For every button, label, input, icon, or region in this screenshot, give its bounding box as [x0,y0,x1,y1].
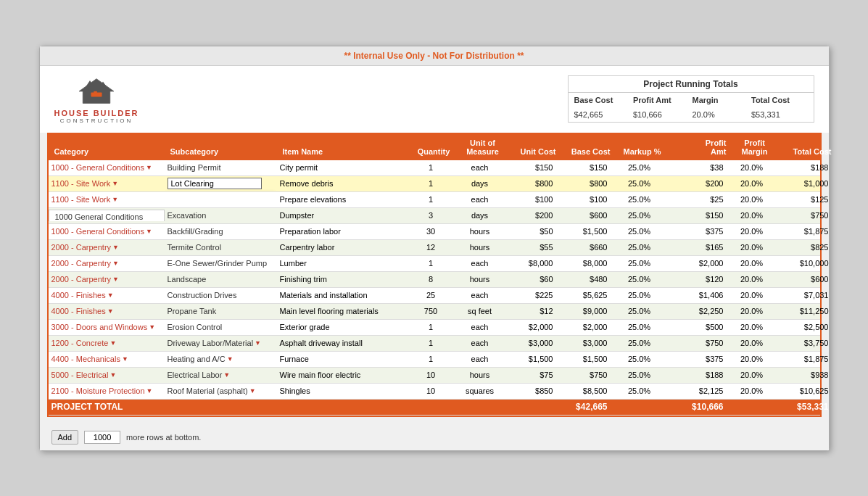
total-row-cell-6: $42,665 [556,400,611,413]
profit-amt-cell: $25 [669,194,727,205]
subcategory-cell[interactable]: Propane Tank [165,305,277,317]
category-cell[interactable]: 2000 - Carpentry ▼ [49,241,165,253]
category-cell[interactable]: 4400 - Mechanicals ▼ [49,353,165,365]
subcategory-cell[interactable]: Landscape [165,273,277,285]
totals-val-total-cost: $53,331 [751,110,808,119]
totals-header-row: Base Cost Profit Amt Margin Total Cost [569,93,814,107]
subcategory-cell[interactable]: Electrical Labor ▼ [165,369,277,381]
subcategory-cell[interactable]: Construction Drives [165,289,277,301]
header-area: HOUSE BUILDER CONSTRUCTION Project Runni… [40,66,829,133]
rows-count-input[interactable] [84,431,120,444]
dropdown-arrow-icon[interactable]: ▼ [107,292,114,299]
totals-val-profit-amt: $10,666 [633,110,690,119]
profit-amt-cell: $500 [669,321,727,333]
subcategory-cell [165,198,277,201]
profit-margin-cell: 20.0% [727,210,777,221]
uom-cell: sq feet [455,305,505,317]
category-cell[interactable]: 4000 - Finishes ▼ [49,305,165,317]
item-name-cell: Remove debris [277,178,408,189]
table-row: 3000 - Doors and Windows ▼ Erosion Contr… [49,320,820,336]
project-total-row: PROJECT TOTAL$42,665$10,666$53,331 [49,400,820,416]
dropdown-item[interactable]: 1000 General Conditions [49,210,164,221]
uom-cell: each [455,289,505,301]
subcategory-cell[interactable]: Driveway Labor/Material ▼ [165,337,277,349]
item-name-cell: Finishing trim [277,273,408,285]
subcategory-text: Construction Drives [168,291,237,299]
subcategory-cell[interactable]: Lot Clearing Building Permit [165,176,277,191]
markup-cell: 25.0% [611,273,669,285]
subcategory-cell[interactable]: Termite Control [165,241,277,253]
category-cell[interactable]: 1100 - Site Work ▼ [49,178,165,189]
dropdown-arrow-icon[interactable]: ▼ [227,355,233,363]
profit-amt-cell: $375 [669,226,727,237]
unit-cost-cell: $3,000 [505,337,556,349]
profit-margin-cell: 20.0% [727,162,777,173]
dropdown-arrow-icon[interactable]: ▼ [112,196,118,203]
table-body: 1000 - General Conditions ▼ Building Per… [49,160,820,416]
subcategory-cell[interactable]: Roof Material (asphalt) ▼ [165,385,277,397]
category-dropdown[interactable]: 1000 General Conditions 1000 General Con… [49,210,165,221]
uom-cell: each [455,337,505,349]
item-name-cell: Materials and installation [277,289,408,301]
totals-col-margin: Margin [693,96,749,104]
category-cell[interactable]: 4000 - Finishes ▼ [49,289,165,301]
category-cell[interactable]: 1000 - General Conditions ▼ [49,162,165,173]
category-cell[interactable]: 2100 - Moisture Protection ▼ [49,385,165,397]
subcategory-text: Excavation [168,211,207,220]
dropdown-arrow-icon[interactable]: ▼ [112,180,118,187]
unit-cost-cell: $75 [505,369,556,381]
subcategory-cell[interactable]: Excavation [165,210,277,221]
dropdown-arrow-icon[interactable]: ▼ [146,164,152,171]
subcategory-cell[interactable]: Backfill/Grading [165,226,277,237]
category-cell[interactable]: 1100 - Site Work ▼ [49,194,165,205]
profit-amt-cell: $375 [669,353,727,365]
subcategory-cell[interactable]: Heating and A/C ▼ [165,353,277,365]
unit-cost-cell: $55 [505,241,556,253]
profit-amt-cell: $750 [669,337,727,349]
table-row: 1100 - Site Work ▼ Prepare elevations 1 … [49,192,820,208]
dropdown-arrow-icon[interactable]: ▼ [112,244,119,251]
unit-cost-cell: $200 [505,210,556,221]
dropdown-arrow-icon[interactable]: ▼ [223,371,230,379]
total-cost-cell: $125 [777,194,832,205]
table-row: 1000 - General Conditions ▼ 1000 General… [49,208,820,224]
add-rows-button[interactable]: Add [51,430,79,445]
table-row: 4000 - Finishes ▼ Construction Drives Ma… [49,288,820,304]
category-cell[interactable]: 1000 - General Conditions ▼ [49,226,165,237]
dropdown-arrow-icon[interactable]: ▼ [122,355,128,363]
subcategory-cell[interactable]: Erosion Control [165,321,277,333]
unit-cost-cell: $800 [505,178,556,189]
dropdown-arrow-icon[interactable]: ▼ [109,371,116,379]
subcategory-text: Termite Control [168,243,222,252]
quantity-cell: 1 [408,257,455,269]
item-name-cell: Prepare elevations [277,194,408,205]
category-cell[interactable]: 5000 - Electrical ▼ [49,369,165,381]
table-row: 2000 - Carpentry ▼ Termite Control Carpe… [49,240,820,256]
uom-cell: each [455,162,505,173]
category-cell[interactable]: 1000 - General Conditions ▼ 1000 General… [49,210,165,221]
dropdown-arrow-icon[interactable]: ▼ [149,323,155,331]
dropdown-arrow-icon[interactable]: ▼ [249,387,256,394]
category-cell[interactable]: 2000 - Carpentry ▼ [49,257,165,269]
dropdown-arrow-icon[interactable]: ▼ [112,260,119,267]
subcategory-text: Landscape [168,275,207,284]
subcategory-cell[interactable]: Building Permit [165,162,277,173]
category-cell[interactable]: 1200 - Concrete ▼ [49,337,165,349]
subcategory-input[interactable] [168,178,262,189]
dropdown-arrow-icon[interactable]: ▼ [146,387,153,394]
category-text: 2000 - Carpentry [51,259,112,268]
base-cost-cell: $480 [556,273,611,285]
totals-val-base-cost: $42,665 [574,110,631,119]
markup-cell: 25.0% [611,289,669,301]
category-text: 4000 - Finishes [51,307,106,315]
category-cell[interactable]: 2000 - Carpentry ▼ [49,273,165,285]
subcategory-cell[interactable]: E-One Sewer/Grinder Pump [165,257,277,269]
dropdown-arrow-icon[interactable]: ▼ [112,276,119,283]
dropdown-arrow-icon[interactable]: ▼ [146,228,152,235]
dropdown-arrow-icon[interactable]: ▼ [107,307,114,315]
dropdown-arrow-icon[interactable]: ▼ [109,339,116,347]
category-cell[interactable]: 3000 - Doors and Windows ▼ [49,321,165,333]
dropdown-arrow-icon[interactable]: ▼ [255,339,261,347]
profit-margin-cell: 20.0% [727,369,777,381]
unit-cost-cell: $1,500 [505,353,556,365]
